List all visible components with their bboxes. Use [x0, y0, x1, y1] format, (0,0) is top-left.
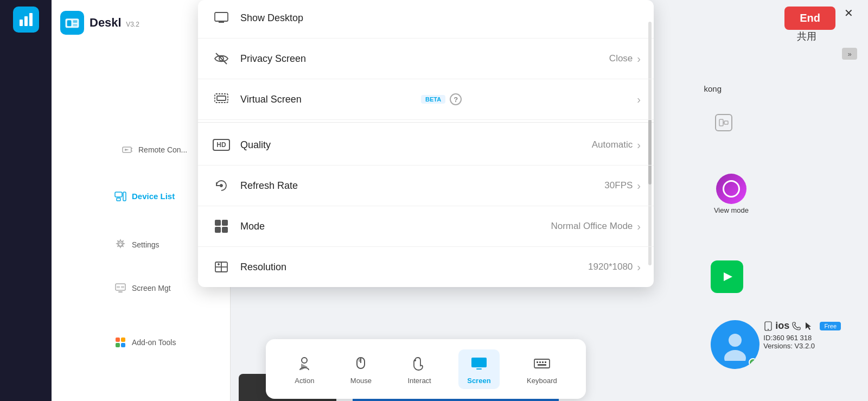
virtual-screen-chevron: › [637, 93, 641, 106]
svg-rect-46 [222, 227, 228, 233]
toolbar-item-keyboard[interactable]: Keyboard [518, 349, 566, 389]
svg-rect-13 [123, 192, 126, 201]
svg-rect-18 [121, 286, 124, 288]
resolution-label: Resolution [240, 262, 588, 273]
beta-badge: BETA [421, 95, 445, 104]
svg-rect-61 [534, 359, 550, 368]
quality-value: Automatic [592, 139, 633, 150]
sidebar-item-device-list[interactable]: Device List [106, 184, 183, 207]
addon-icon [114, 336, 126, 348]
view-mode-inner [723, 180, 740, 198]
ios-icon [763, 321, 773, 331]
svg-line-39 [216, 53, 227, 64]
refresh-icon [211, 175, 232, 196]
mode-chevron: › [637, 220, 641, 233]
eye-icon [211, 48, 232, 69]
resolution-icon [211, 257, 232, 277]
close-button[interactable]: ✕ [840, 4, 857, 22]
sidebar-item-settings[interactable]: Settings [106, 233, 168, 256]
action-label: Action [295, 377, 314, 385]
menu-item-virtual-screen[interactable]: Virtual Screen BETA ? › [198, 79, 654, 120]
svg-rect-5 [73, 20, 78, 23]
sidebar-item-addon-tools[interactable]: Add-on Tools [106, 331, 184, 354]
settings-icon [114, 239, 126, 251]
sidebar-item-remote-control[interactable]: Remote Con... [112, 138, 196, 161]
quality-chevron: › [637, 139, 641, 151]
svg-point-28 [724, 350, 746, 361]
svg-marker-53 [301, 364, 308, 370]
view-mode-area[interactable]: View mode [714, 174, 749, 214]
remote-control-label: Remote Con... [138, 145, 187, 154]
free-badge: Free [820, 322, 841, 330]
keyboard-icon [532, 354, 552, 373]
resolution-chevron: › [637, 261, 641, 273]
svg-rect-62 [537, 361, 538, 363]
menu-item-quality[interactable]: HD Quality Automatic › [198, 125, 654, 166]
app-logo-icon [60, 11, 84, 35]
svg-rect-0 [20, 20, 23, 26]
sidebar-item-screen-mgt[interactable]: Screen Mgt [106, 277, 180, 300]
menu-item-resolution[interactable]: Resolution 1920*1080 › [198, 247, 654, 287]
view-mode-label: View mode [714, 206, 749, 214]
menu-item-refresh-rate[interactable]: Refresh Rate 30FPS › [198, 166, 654, 206]
resolution-value: 1920*1080 [588, 262, 633, 272]
svg-point-52 [302, 358, 307, 363]
svg-point-32 [768, 329, 769, 330]
screen-svg [470, 355, 488, 372]
video-icon [718, 268, 736, 285]
ios-device-info: ios Free ID:360 961 318 Versions: V3.2.0 [763, 320, 841, 350]
action-svg [296, 355, 313, 372]
svg-rect-6 [73, 24, 78, 26]
menu-item-mode[interactable]: Mode Normal Office Mode › [198, 206, 654, 247]
svg-rect-24 [724, 121, 728, 124]
hd-icon: HD [211, 135, 232, 155]
toolbar-item-interact[interactable]: Interact [399, 349, 439, 389]
menu-item-privacy-screen[interactable]: Privacy Screen Close › [198, 39, 654, 79]
avatar [711, 320, 760, 369]
bottom-toolbar: Action Mouse Interact [266, 339, 586, 399]
virtual-screen-label: Virtual Screen [240, 94, 416, 105]
connect-icon [715, 114, 732, 131]
privacy-screen-label: Privacy Screen [240, 53, 609, 65]
toolbar-item-mouse[interactable]: Mouse [342, 349, 380, 389]
svg-marker-8 [125, 149, 129, 151]
end-button[interactable]: End [784, 7, 835, 30]
view-mode-icon [716, 174, 746, 204]
mode-label: Mode [240, 221, 551, 232]
quality-label: Quality [240, 139, 592, 151]
svg-rect-63 [539, 361, 541, 363]
screen-mgt-icon [114, 282, 126, 294]
svg-rect-19 [116, 338, 120, 342]
interact-label: Interact [407, 377, 431, 385]
avatar-icon [719, 328, 751, 361]
svg-rect-20 [121, 338, 125, 342]
app-name: Deskl [90, 16, 122, 29]
svg-rect-60 [473, 359, 485, 366]
mouse-icon [351, 354, 371, 373]
monitor-svg [214, 10, 229, 26]
toolbar-item-screen[interactable]: Screen [458, 349, 499, 389]
toolbar-item-action[interactable]: Action [286, 349, 323, 389]
refresh-rate-label: Refresh Rate [240, 180, 604, 192]
app-version: V3.2 [126, 21, 139, 28]
menu-divider [198, 122, 654, 123]
monitor-icon [211, 8, 232, 28]
screen-mgt-label: Screen Mgt [132, 284, 171, 292]
action-icon [295, 354, 314, 373]
virtual-screen-icon [211, 89, 232, 110]
device-versions: Versions: V3.2.0 [763, 342, 841, 350]
svg-rect-23 [719, 119, 723, 126]
expand-button[interactable]: » [842, 48, 857, 60]
video-button[interactable] [711, 260, 743, 293]
addon-tools-label: Add-on Tools [132, 338, 176, 347]
svg-rect-16 [118, 291, 123, 292]
svg-point-57 [414, 359, 416, 361]
screen-label: Screen [467, 377, 490, 385]
help-icon[interactable]: ? [450, 93, 462, 105]
svg-rect-65 [545, 361, 546, 363]
mode-icon [211, 216, 232, 237]
menu-item-show-desktop[interactable]: Show Desktop [198, 0, 654, 39]
svg-rect-64 [542, 361, 544, 363]
svg-rect-2 [29, 13, 33, 26]
sidebar-logo [13, 7, 39, 33]
